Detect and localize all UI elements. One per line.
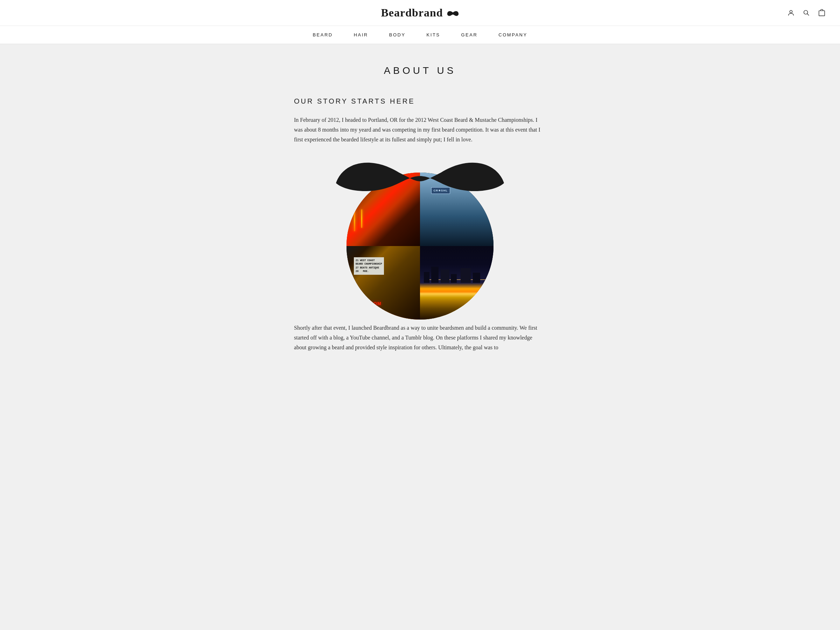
nav-hair[interactable]: HAIR: [343, 31, 379, 39]
svg-line-2: [807, 14, 809, 16]
cart-icon: [818, 9, 826, 17]
account-button[interactable]: [787, 9, 795, 17]
nav-gear[interactable]: GEAR: [451, 31, 488, 39]
page-title: ABOUT US: [294, 65, 546, 76]
story-image: CR★SHL 21 WEST COASTBEARD CHAMPIONSHIP27…: [294, 159, 546, 306]
nav-kits[interactable]: KITS: [416, 31, 451, 39]
search-icon: [802, 9, 810, 17]
logo-mustache-icon: [447, 8, 459, 18]
collage-bottom-left: 21 WEST COASTBEARD CHAMPIONSHIP27 BEATS …: [346, 246, 420, 319]
search-button[interactable]: [802, 9, 811, 17]
site-header: Beardbrand: [0, 0, 840, 44]
header-icons: [787, 9, 826, 17]
logo[interactable]: Beardbrand: [381, 6, 459, 19]
main-nav: BEARD HAIR BODY KITS GEAR COMPANY: [0, 25, 840, 44]
svg-point-0: [789, 10, 792, 13]
second-paragraph: Shortly after that event, I launched Bea…: [294, 323, 546, 352]
section-title: OUR STORY STARTS HERE: [294, 97, 546, 105]
beard-shape-container: CR★SHL 21 WEST COASTBEARD CHAMPIONSHIP27…: [336, 159, 504, 306]
header-top: Beardbrand: [0, 0, 840, 25]
cart-button[interactable]: [818, 9, 826, 17]
account-icon: [787, 9, 795, 17]
svg-rect-3: [819, 11, 825, 16]
collage-bottom-right: [420, 246, 494, 319]
nav-company[interactable]: COMPANY: [488, 31, 538, 39]
svg-point-1: [804, 10, 808, 14]
logo-text: Beardbrand: [381, 6, 443, 19]
nav-beard[interactable]: BEARD: [302, 31, 343, 39]
main-content: ABOUT US OUR STORY STARTS HERE In Februa…: [287, 44, 553, 395]
intro-paragraph: In February of 2012, I headed to Portlan…: [294, 115, 546, 145]
nav-body[interactable]: BODY: [379, 31, 416, 39]
mustache-shape-overlay: [336, 155, 504, 197]
